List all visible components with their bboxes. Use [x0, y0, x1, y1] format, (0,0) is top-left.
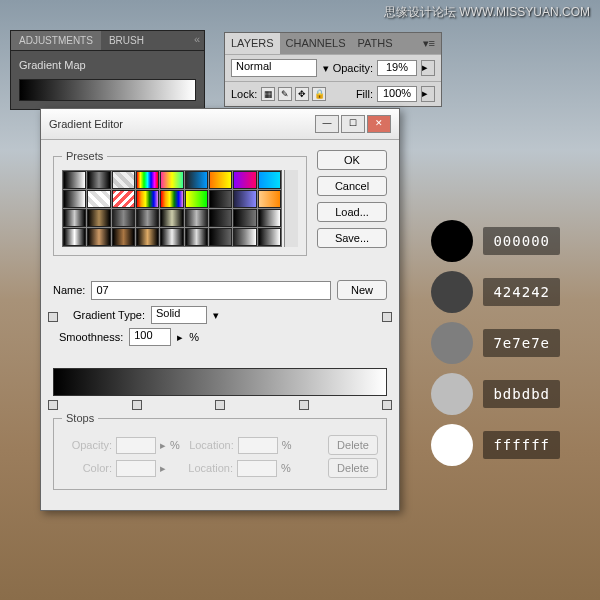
preset-scrollbar[interactable] [284, 170, 298, 247]
presets-label: Presets [62, 150, 107, 162]
watermark-text: 思缘设计论坛 WWW.MISSYUAN.COM [384, 4, 590, 21]
fill-input[interactable]: 100% [377, 86, 417, 102]
new-button[interactable]: New [337, 280, 387, 300]
preset-swatch[interactable] [258, 228, 281, 246]
smoothness-input[interactable]: 100 [129, 328, 171, 346]
tab-layers[interactable]: LAYERS [225, 33, 280, 54]
opacity-input[interactable]: 19% [377, 60, 417, 76]
opacity-flyout-icon[interactable]: ▸ [421, 60, 435, 76]
preset-swatch[interactable] [160, 228, 183, 246]
preset-swatch[interactable] [136, 171, 159, 189]
preset-swatch[interactable] [136, 228, 159, 246]
save-button[interactable]: Save... [317, 228, 387, 248]
preset-swatch[interactable] [258, 171, 281, 189]
dialog-title: Gradient Editor [49, 118, 315, 130]
hex-label: 424242 [483, 278, 560, 306]
opacity-stop[interactable] [382, 312, 392, 322]
preset-swatch[interactable] [63, 171, 86, 189]
preset-swatch[interactable] [209, 190, 232, 208]
name-label: Name: [53, 284, 85, 296]
delete-color-stop-button[interactable]: Delete [328, 458, 378, 478]
color-stops-row [53, 396, 387, 410]
preset-swatch[interactable] [185, 209, 208, 227]
adjustment-title: Gradient Map [19, 59, 196, 71]
stop-location-input[interactable] [238, 437, 278, 454]
lock-transparency-icon[interactable]: ▦ [261, 87, 275, 101]
color-circle [431, 373, 473, 415]
preset-swatch[interactable] [112, 171, 135, 189]
preset-swatch[interactable] [209, 209, 232, 227]
preset-swatch[interactable] [160, 209, 183, 227]
gradient-bar[interactable] [53, 368, 387, 396]
preset-swatch[interactable] [258, 209, 281, 227]
lock-position-icon[interactable]: ✥ [295, 87, 309, 101]
maximize-icon[interactable]: ☐ [341, 115, 365, 133]
blend-mode-select[interactable]: Normal [231, 59, 317, 77]
preset-swatch[interactable] [209, 171, 232, 189]
color-swatch-list: 0000004242427e7e7ebdbdbdffffff [431, 220, 560, 466]
preset-swatch[interactable] [136, 209, 159, 227]
preset-swatch[interactable] [233, 209, 256, 227]
preset-swatch[interactable] [87, 190, 110, 208]
stop-opacity-input[interactable] [116, 437, 156, 454]
swatch-row: 424242 [431, 271, 560, 313]
color-stop[interactable] [382, 400, 392, 410]
hex-label: 000000 [483, 227, 560, 255]
close-icon[interactable]: ✕ [367, 115, 391, 133]
name-input[interactable] [91, 281, 331, 300]
preset-swatch[interactable] [87, 209, 110, 227]
load-button[interactable]: Load... [317, 202, 387, 222]
color-stop[interactable] [299, 400, 309, 410]
preset-grid [62, 170, 282, 247]
preset-swatch[interactable] [87, 171, 110, 189]
color-circle [431, 220, 473, 262]
preset-swatch[interactable] [233, 228, 256, 246]
preset-swatch[interactable] [233, 190, 256, 208]
preset-swatch[interactable] [209, 228, 232, 246]
preset-swatch[interactable] [233, 171, 256, 189]
preset-swatch[interactable] [87, 228, 110, 246]
titlebar[interactable]: Gradient Editor — ☐ ✕ [41, 109, 399, 140]
preset-swatch[interactable] [185, 190, 208, 208]
color-stop[interactable] [215, 400, 225, 410]
tab-paths[interactable]: PATHS [352, 33, 399, 54]
lock-all-icon[interactable]: 🔒 [312, 87, 326, 101]
preset-swatch[interactable] [160, 190, 183, 208]
stop-opacity-label: Opacity: [62, 439, 112, 451]
ok-button[interactable]: OK [317, 150, 387, 170]
tab-channels[interactable]: CHANNELS [280, 33, 352, 54]
preset-swatch[interactable] [136, 190, 159, 208]
color-stop[interactable] [48, 400, 58, 410]
adjustments-tabs: ADJUSTMENTS BRUSH [11, 31, 204, 51]
gradient-type-select[interactable]: Solid [151, 306, 207, 324]
lock-pixels-icon[interactable]: ✎ [278, 87, 292, 101]
swatch-row: 7e7e7e [431, 322, 560, 364]
hex-label: bdbdbd [483, 380, 560, 408]
gradient-preview[interactable] [19, 79, 196, 101]
delete-opacity-stop-button[interactable]: Delete [328, 435, 378, 455]
opacity-stop[interactable] [48, 312, 58, 322]
cancel-button[interactable]: Cancel [317, 176, 387, 196]
tab-adjustments[interactable]: ADJUSTMENTS [11, 31, 101, 50]
stop-color-label: Color: [62, 462, 112, 474]
preset-swatch[interactable] [112, 209, 135, 227]
fill-flyout-icon[interactable]: ▸ [421, 86, 435, 102]
color-stop[interactable] [132, 400, 142, 410]
tab-brush[interactable]: BRUSH [101, 31, 152, 50]
percent-label: % [170, 439, 180, 451]
minimize-icon[interactable]: — [315, 115, 339, 133]
preset-swatch[interactable] [63, 209, 86, 227]
preset-swatch[interactable] [185, 228, 208, 246]
preset-swatch[interactable] [63, 190, 86, 208]
preset-swatch[interactable] [112, 190, 135, 208]
panel-menu-icon[interactable]: ▾≡ [417, 33, 441, 54]
preset-swatch[interactable] [258, 190, 281, 208]
preset-swatch[interactable] [185, 171, 208, 189]
preset-swatch[interactable] [160, 171, 183, 189]
preset-swatch[interactable] [112, 228, 135, 246]
color-circle [431, 322, 473, 364]
stop-color-input[interactable] [116, 460, 156, 477]
close-icon[interactable]: « [194, 33, 200, 45]
stop-location-input[interactable] [237, 460, 277, 477]
preset-swatch[interactable] [63, 228, 86, 246]
